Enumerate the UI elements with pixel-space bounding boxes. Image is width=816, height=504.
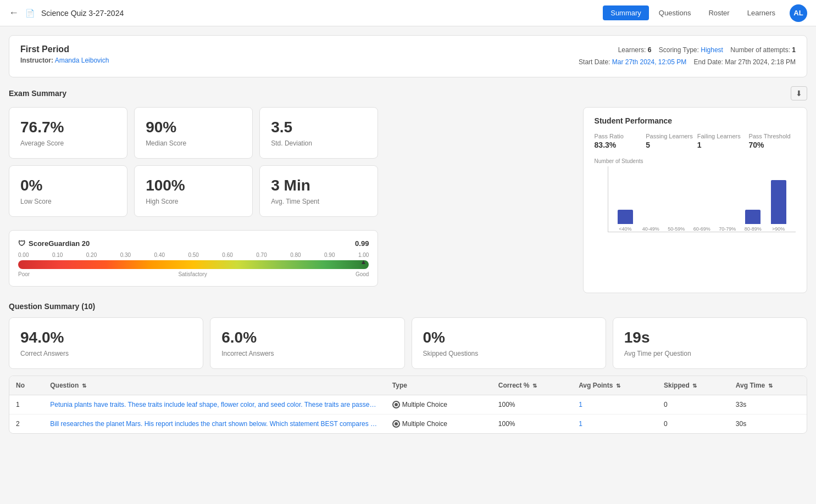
pass-threshold-label: Pass Threshold — [748, 133, 796, 139]
cell-correct-pct: 100% — [492, 395, 572, 415]
chart-y-label: Number of Students — [595, 158, 796, 164]
stat-median-score: 90% Median Score — [134, 107, 253, 159]
perf-pass-ratio: Pass Ratio 83.3% — [595, 133, 642, 149]
bar-label: 40-49% — [642, 226, 659, 232]
avatar[interactable]: AL — [790, 4, 807, 22]
cell-type: Multiple Choice — [386, 395, 492, 415]
learners-value: 6 — [648, 46, 652, 54]
question-summary-section: Question Summary (10) 94.0% Correct Answ… — [9, 302, 807, 434]
stat-average-score: 76.7% Average Score — [9, 107, 127, 159]
table-body: 1 Petunia plants have traits. These trai… — [9, 395, 807, 434]
avg-points-sort-icon[interactable]: ⇅ — [616, 383, 620, 389]
end-label: End Date: — [694, 58, 723, 66]
table-row: 1 Petunia plants have traits. These trai… — [9, 395, 807, 415]
header: ← 📄 Science Quiz 3-27-2024 Summary Quest… — [0, 0, 816, 26]
stat-avg-time: 3 Min Avg. Time Spent — [259, 165, 378, 217]
info-card: First Period Instructor: Amanda Leibovic… — [9, 35, 807, 77]
exam-summary-title: Exam Summary — [9, 89, 66, 98]
incorrect-answers-value: 6.0% — [221, 329, 393, 346]
cell-avg-time: 33s — [729, 395, 807, 415]
type-label: Multiple Choice — [402, 420, 447, 428]
median-score-value: 90% — [146, 119, 241, 136]
avg-time-question-label: Avg Time per Question — [624, 350, 796, 357]
chart-bars: <40%40-49%50-59%60-69%70-79%80-89%>90% — [608, 166, 796, 232]
skipped-sort-icon[interactable]: ⇅ — [692, 383, 697, 389]
avg-time-label: Avg. Time Spent — [271, 198, 367, 205]
chart-bar — [745, 210, 761, 225]
stats-grid: 76.7% Average Score 90% Median Score 3.5… — [9, 107, 378, 217]
cell-avg-time: 30s — [729, 415, 807, 434]
chart-bar — [771, 180, 786, 224]
pass-threshold-value: 70% — [748, 141, 796, 149]
correct-answers-label: Correct Answers — [20, 350, 192, 357]
bar-label: 70-79% — [719, 226, 736, 232]
sg-satisfactory-label: Satisfactory — [178, 271, 207, 277]
chart-bar — [618, 210, 633, 225]
download-button[interactable]: ⬇ — [791, 86, 807, 100]
question-sort-icon[interactable]: ⇅ — [82, 383, 86, 389]
sg-marker: ▲ — [360, 258, 367, 266]
bar-label: 60-69% — [693, 226, 710, 232]
tab-questions[interactable]: Questions — [651, 5, 699, 20]
tab-summary[interactable]: Summary — [603, 5, 649, 20]
bar-label: 50-59% — [668, 226, 685, 232]
bar-group: 50-59% — [664, 224, 689, 232]
avg-time-value: 3 Min — [271, 177, 367, 194]
avg-time-sort-icon[interactable]: ⇅ — [768, 383, 773, 389]
stat-low-score: 0% Low Score — [9, 165, 127, 217]
average-score-label: Average Score — [20, 139, 116, 147]
dates-line: Start Date: Mar 27th 2024, 12:05 PM End … — [579, 57, 796, 69]
chart-area: <40%40-49%50-59%60-69%70-79%80-89%>90% — [595, 166, 796, 232]
perf-metrics: Pass Ratio 83.3% Passing Learners 5 Fail… — [595, 133, 796, 149]
high-score-value: 100% — [146, 177, 241, 194]
attempts-value: 1 — [792, 46, 796, 54]
bar-label: <40% — [619, 226, 631, 232]
cell-question[interactable]: Bill researches the planet Mars. His rep… — [43, 415, 386, 434]
cell-avg-points[interactable]: 1 — [572, 415, 657, 434]
exam-summary-header: Exam Summary ⬇ — [9, 86, 807, 100]
correct-pct-sort-icon[interactable]: ⇅ — [532, 383, 537, 389]
back-button[interactable]: ← — [9, 7, 19, 19]
skipped-questions-value: 0% — [423, 329, 595, 346]
questions-table: No Question ⇅ Type Correct % ⇅ Avg Point… — [9, 376, 807, 433]
end-value: Mar 27th 2024, 2:18 PM — [725, 58, 796, 66]
low-score-value: 0% — [20, 177, 116, 194]
type-label: Multiple Choice — [402, 401, 447, 408]
scoring-label: Scoring Type: — [659, 46, 699, 54]
sg-header: 🛡 ScoreGuardian 20 0.99 — [18, 239, 369, 248]
perf-passing-learners: Passing Learners 5 — [646, 133, 693, 149]
cell-avg-points[interactable]: 1 — [572, 395, 657, 415]
cell-correct-pct: 100% — [492, 415, 572, 434]
perf-pass-threshold: Pass Threshold 70% — [748, 133, 796, 149]
q-stats-grid: 94.0% Correct Answers 6.0% Incorrect Ans… — [9, 317, 807, 369]
sg-score-value: 0.99 — [355, 239, 369, 248]
sg-scale: 0.000.100.200.300.400.500.600.700.800.90… — [18, 252, 369, 258]
period-title: First Period — [20, 44, 109, 54]
cell-type: Multiple Choice — [386, 415, 492, 434]
start-value: Mar 27th 2024, 12:05 PM — [612, 58, 686, 66]
col-skipped: Skipped ⇅ — [657, 376, 729, 395]
question-summary-header: Question Summary (10) — [9, 302, 807, 311]
start-label: Start Date: — [579, 58, 610, 66]
bar-group: <40% — [613, 210, 638, 232]
question-summary-title: Question Summary (10) — [9, 302, 95, 311]
tab-learners[interactable]: Learners — [740, 5, 783, 20]
cell-no: 1 — [9, 395, 43, 415]
col-type: Type — [386, 376, 492, 395]
col-avg-time: Avg Time ⇅ — [729, 376, 807, 395]
tab-roster[interactable]: Roster — [701, 5, 737, 20]
scoring-value: Highest — [701, 46, 723, 54]
sg-icon: 🛡 — [18, 239, 25, 248]
attempts-label: Number of attempts: — [730, 46, 790, 54]
pass-ratio-label: Pass Ratio — [595, 133, 642, 139]
cell-question[interactable]: Petunia plants have traits. These traits… — [43, 395, 386, 415]
high-score-label: High Score — [146, 198, 241, 205]
passing-learners-label: Passing Learners — [646, 133, 693, 139]
sg-title: 🛡 ScoreGuardian 20 — [18, 239, 90, 248]
cell-skipped: 0 — [657, 395, 729, 415]
bar-group: 70-79% — [715, 224, 740, 232]
cell-no: 2 — [9, 415, 43, 434]
perf-title: Student Performance — [595, 116, 796, 125]
median-score-label: Median Score — [146, 139, 241, 147]
q-stat-avg-time: 19s Avg Time per Question — [613, 317, 807, 369]
